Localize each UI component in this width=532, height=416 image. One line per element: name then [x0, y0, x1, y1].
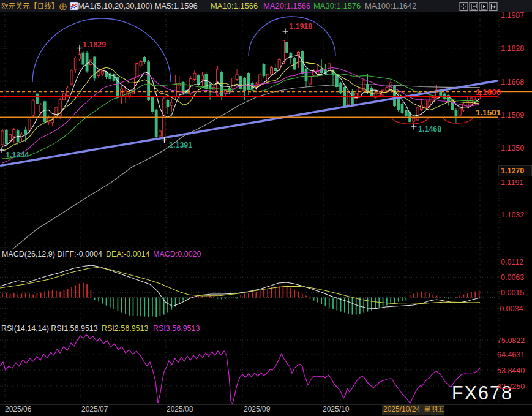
- svg-text:1.1350: 1.1350: [501, 144, 524, 153]
- svg-text:0.0015: 0.0015: [501, 289, 524, 297]
- svg-text:MACD:0.0020: MACD:0.0020: [153, 250, 201, 259]
- svg-text:MA20:1.1566: MA20:1.1566: [263, 1, 310, 10]
- svg-text:1.1032: 1.1032: [501, 211, 524, 219]
- svg-text:RSI(14,14,14) RSI1:56.9513: RSI(14,14,14) RSI1:56.9513: [1, 324, 98, 333]
- svg-text:2025/10: 2025/10: [323, 405, 350, 414]
- svg-text:64.4631: 64.4631: [497, 350, 525, 359]
- svg-text:-0.0034: -0.0034: [497, 304, 523, 313]
- svg-text:1.1270: 1.1270: [501, 167, 524, 175]
- svg-text:1.1391: 1.1391: [169, 141, 192, 149]
- svg-text:1.1509: 1.1509: [501, 111, 524, 119]
- svg-text:53.8440: 53.8440: [497, 366, 525, 375]
- svg-text:2025/10/24: 2025/10/24: [383, 405, 420, 414]
- svg-text:75.0822: 75.0822: [497, 336, 525, 345]
- svg-text:1.1344: 1.1344: [6, 151, 29, 159]
- svg-text:RSI2:56.9513: RSI2:56.9513: [102, 324, 148, 333]
- svg-text:42.2250: 42.2250: [497, 382, 525, 391]
- svg-text:1.1918: 1.1918: [289, 22, 312, 31]
- svg-text:2025/08: 2025/08: [167, 405, 193, 414]
- svg-text:1.1501: 1.1501: [476, 108, 501, 117]
- svg-text:MA1(5,10,20,30,100) MA5:1.159: MA1(5,10,20,30,100) MA5:1.1596: [78, 1, 198, 10]
- svg-text:0.0112: 0.0112: [501, 258, 523, 267]
- svg-text:1.1828: 1.1828: [501, 44, 524, 53]
- svg-text:1.1829: 1.1829: [83, 40, 106, 49]
- svg-text:RSI3:56.9513: RSI3:56.9513: [153, 324, 200, 333]
- svg-text:MACD(26,12,9) DIFF:-0.0004: MACD(26,12,9) DIFF:-0.0004: [2, 250, 102, 259]
- svg-text:1.1668: 1.1668: [501, 78, 524, 86]
- svg-text:MA30:1.1576: MA30:1.1576: [313, 1, 361, 10]
- svg-text:1.1987: 1.1987: [501, 11, 524, 20]
- svg-text:MA100:1.1642: MA100:1.1642: [365, 1, 417, 10]
- svg-text:2025/06: 2025/06: [5, 405, 32, 414]
- svg-text:2025/09: 2025/09: [244, 405, 271, 414]
- svg-text:DEA:-0.0014: DEA:-0.0014: [106, 250, 150, 259]
- svg-text:0.0063: 0.0063: [501, 273, 524, 282]
- svg-text:1.1191: 1.1191: [501, 178, 523, 187]
- svg-text:2025/07: 2025/07: [81, 405, 108, 414]
- svg-text:MA10:1.1566: MA10:1.1566: [211, 1, 258, 10]
- svg-text:1.1600: 1.1600: [476, 88, 501, 97]
- svg-text:1.1468: 1.1468: [418, 125, 441, 134]
